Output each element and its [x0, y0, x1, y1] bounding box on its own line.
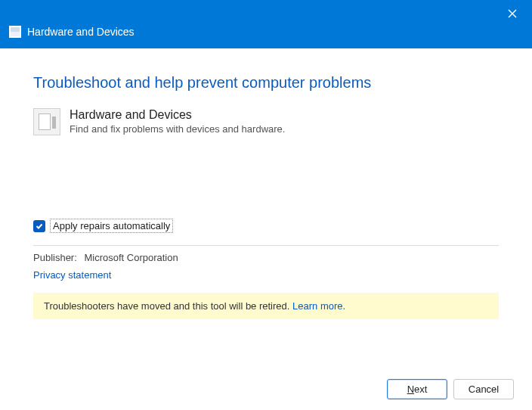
close-button[interactable] — [500, 5, 524, 23]
publisher-value: Microsoft Corporation — [84, 252, 178, 263]
divider — [33, 245, 499, 246]
content-area: Troubleshoot and help prevent computer p… — [0, 48, 532, 410]
banner-text: Troubleshooters have moved and this tool… — [44, 300, 292, 312]
category-name: Hardware and Devices — [70, 108, 285, 122]
cancel-button[interactable]: Cancel — [453, 379, 514, 399]
dialog-buttons: Next Cancel — [387, 379, 514, 399]
page-heading: Troubleshoot and help prevent computer p… — [33, 74, 499, 92]
publisher-label: Publisher: — [33, 252, 77, 263]
learn-more-link[interactable]: Learn more. — [292, 300, 345, 312]
apply-repairs-label[interactable]: Apply repairs automatically — [50, 219, 173, 233]
checkmark-icon — [36, 222, 43, 230]
close-icon — [508, 9, 517, 18]
window-title: Hardware and Devices — [27, 26, 135, 38]
publisher-line: Publisher: Microsoft Corporation — [33, 252, 499, 263]
category-description: Find and fix problems with devices and h… — [70, 123, 285, 135]
hardware-icon — [33, 108, 60, 135]
privacy-statement-link[interactable]: Privacy statement — [33, 269, 111, 281]
troubleshooter-category: Hardware and Devices Find and fix proble… — [33, 108, 499, 135]
apply-repairs-checkbox[interactable] — [33, 220, 45, 232]
next-button[interactable]: Next — [387, 379, 447, 399]
retirement-banner: Troubleshooters have moved and this tool… — [33, 293, 499, 319]
title-bar: Hardware and Devices — [0, 0, 532, 48]
app-icon — [9, 26, 21, 38]
